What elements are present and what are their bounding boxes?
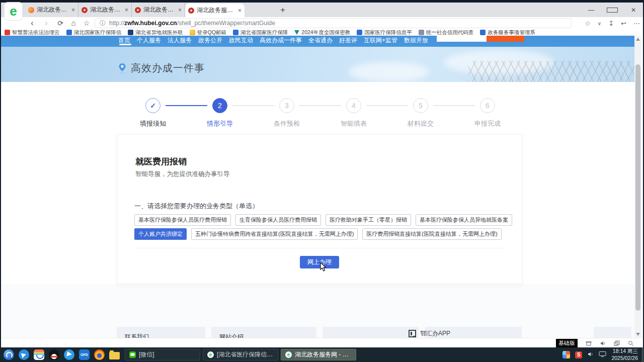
bridge-decoration — [468, 61, 634, 82]
browser-tab-4-active[interactable]: 湖北政务服务网 × — [185, 4, 245, 17]
step-label-6: 申报完成 — [474, 119, 501, 128]
online-handle-button[interactable]: 网上办理 — [300, 256, 339, 268]
browser-address-bar: ‹ › ⟳ ⌂ ☆ ⓘ http://zwfw.hubei.gov.cn/she… — [1, 17, 643, 29]
step-circle-6: 6 — [480, 98, 495, 113]
bookmark-item[interactable]: 2024年度全国保密教 — [294, 29, 350, 36]
option-remote-record[interactable]: 基本医疗保险参保人员异地就医备案 — [416, 214, 512, 226]
scroll-down-arrow[interactable] — [636, 333, 640, 336]
back-icon[interactable]: ‹ — [27, 17, 37, 29]
chevron-down-icon[interactable]: ∨ — [598, 21, 601, 26]
tab-close-icon[interactable]: × — [178, 7, 182, 14]
bookmark-item[interactable]: 政务服务事项管理系 — [480, 29, 535, 36]
home-icon[interactable]: ⌂ — [68, 17, 78, 29]
bookmark-favicon — [357, 30, 362, 35]
browser-tab-1[interactable]: 湖北政务服务网官网_3 × — [25, 3, 78, 17]
nav-item-province[interactable]: 全省通办 — [308, 36, 333, 45]
tab-close-icon[interactable]: × — [71, 7, 75, 14]
messenger-bird-icon[interactable] — [64, 349, 74, 360]
window-maximize-button[interactable] — [607, 8, 618, 13]
option-direct-settle[interactable]: 医疗费用报销直接结算(医院直接结算，无需网上办理) — [362, 228, 501, 240]
bookmark-item[interactable]: 湖北省国家医疗保障 — [233, 29, 288, 36]
zoom-search-icon[interactable] — [628, 340, 634, 346]
nav-item-review[interactable]: 好差评 — [339, 36, 357, 45]
more-menu-icon[interactable]: ⋯ — [633, 20, 640, 27]
nav-item-personal[interactable]: 个人服务 — [137, 36, 161, 45]
option-five-clinic-settle[interactable]: 五种门诊慢特病费用跨省直接结算(医院直接结算，无需网上办理) — [191, 228, 358, 240]
option-assist-reimburse[interactable]: 医疗救助对象手工（零星）报销 — [326, 214, 411, 226]
windows-panel-icon[interactable] — [614, 340, 620, 346]
window-minimize-button[interactable]: — — [586, 7, 597, 14]
url-host: zwfw.hubei.gov.cn — [124, 20, 177, 27]
cloud-decoration — [348, 62, 429, 82]
reload-icon[interactable]: ⟳ — [55, 17, 65, 29]
option-maternity-reimburse[interactable]: 生育保险参保人员医疗费用报销 — [235, 214, 321, 226]
bookmark-star-icon[interactable]: ☆ — [82, 17, 92, 29]
wechat-icon — [129, 351, 136, 358]
file-manager-icon[interactable] — [109, 352, 120, 359]
ofd-reader-icon[interactable]: OFD — [79, 349, 90, 360]
site-search-button[interactable] — [487, 36, 524, 42]
step-connector — [366, 105, 408, 106]
taskbar-window-zwfw-active[interactable]: e 湖北政务服务网 - 360安… — [281, 349, 356, 360]
new-tab-button[interactable]: + — [277, 4, 289, 16]
tray-color-app-icon[interactable] — [562, 351, 570, 358]
bookmark-item[interactable]: 统一社会信用代码查 — [419, 29, 474, 36]
favorites-drawer-icon[interactable] — [586, 340, 592, 346]
nav-item-legal[interactable]: 法人服务 — [168, 36, 192, 45]
start-menu-icon[interactable] — [4, 349, 14, 360]
option-basic-reimburse[interactable]: 基本医疗保险参保人员医疗费用报销 — [134, 214, 231, 226]
forward-icon[interactable]: › — [41, 17, 51, 29]
qq-icon[interactable] — [49, 349, 59, 360]
nav-item-opendata[interactable]: 数据开放 — [404, 36, 428, 45]
taskbar-window-medical[interactable]: e [湖北省医疗保障信息平… — [203, 349, 278, 360]
nav-item-interact[interactable]: 政民互动 — [229, 36, 253, 45]
step-circle-4: 4 — [346, 98, 361, 113]
option-account-binding-selected[interactable]: 个人账户共济绑定 — [134, 228, 187, 240]
site-nav-bar: 首页 个人服务 法人服务 政务公开 政民互动 高效办成一件事 全省通办 好差评 … — [1, 36, 634, 47]
page-scrollbar[interactable] — [634, 36, 641, 338]
firefox-icon[interactable] — [94, 349, 105, 360]
nav-item-public[interactable]: 政务公开 — [198, 36, 222, 45]
tab-close-icon[interactable]: × — [125, 7, 128, 14]
bookmark-item[interactable]: 国家医疗保障信息平 — [357, 29, 412, 36]
browser-e-icon: e — [207, 351, 214, 358]
footer-app-title: 鄂汇办APP — [420, 329, 450, 338]
app-store-icon[interactable] — [34, 349, 44, 360]
favorite-star-icon[interactable]: ☆ — [585, 20, 591, 27]
tray-360-icon[interactable]: S — [575, 351, 582, 358]
bookmark-item[interactable]: 湖北国家医疗保障信 — [66, 29, 122, 36]
site-info-icon[interactable]: ⓘ — [100, 19, 106, 28]
nav-item-onething[interactable]: 高效办成一件事 — [260, 36, 302, 45]
tab-close-icon[interactable]: × — [238, 7, 242, 14]
footer-contact-panel: 联系我们 — [117, 327, 205, 338]
url-path: /shell_pc/themeWrapper/smartGuide — [177, 20, 275, 27]
undo-icon[interactable]: ↩ — [621, 20, 626, 27]
bookmark-item[interactable]: 湖北省异地就医外联 — [128, 29, 183, 36]
nav-item-supervise[interactable]: 互联网+监管 — [364, 36, 397, 45]
scroll-up-arrow[interactable] — [636, 38, 640, 41]
download-icon[interactable]: ↧ — [608, 20, 614, 27]
url-field[interactable]: ⓘ http://zwfw.hubei.gov.cn/shell_pc/them… — [95, 18, 572, 28]
site-favicon — [135, 7, 141, 13]
window-close-button[interactable]: ✕ — [628, 7, 639, 14]
tray-volume-icon[interactable] — [587, 350, 594, 359]
site-search-input[interactable] — [437, 36, 487, 42]
bookmark-item[interactable]: 登录QQ邮箱 — [190, 29, 226, 36]
launcher-icon[interactable] — [19, 349, 29, 360]
site-favicon — [188, 8, 194, 14]
tray-clock[interactable]: 18:14 周三 2025/02/26 — [611, 348, 638, 361]
mouse-cursor — [320, 262, 327, 274]
speaker-icon[interactable] — [600, 340, 606, 346]
step-connector — [299, 105, 341, 106]
scrollbar-thumb[interactable] — [635, 64, 640, 311]
os-taskbar: OFD [微信] e [湖北省医疗保障信息平… e 湖北政务服务网 - 360安… — [0, 347, 644, 362]
bookmark-item[interactable]: 智慧普法依法治理云 — [5, 29, 60, 36]
matter-subtitle: 智能导服，为您提供准确办事引导 — [135, 170, 230, 178]
tray-display-icon[interactable] — [599, 350, 606, 359]
browser-tab-3[interactable]: 湖北政务服务网 × — [132, 3, 185, 17]
footer-contact-title: 联系我们 — [125, 333, 149, 338]
browser-tab-2[interactable]: 湖北政务服务网 × — [78, 3, 132, 17]
show-desktop-button[interactable] — [642, 347, 644, 362]
taskbar-window-wechat[interactable]: [微信] — [125, 349, 200, 360]
tab-title: 湖北政务服务网官网_3 — [37, 6, 69, 14]
